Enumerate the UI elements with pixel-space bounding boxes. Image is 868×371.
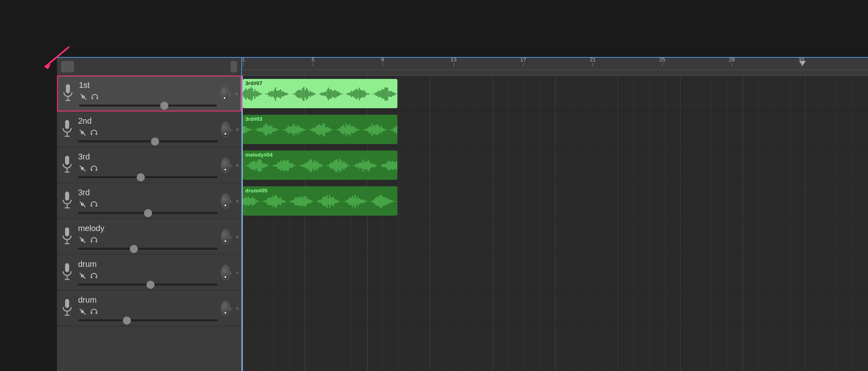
pan-knob[interactable] — [221, 157, 230, 173]
pan-knob[interactable] — [221, 122, 230, 137]
mute-button[interactable] — [78, 164, 87, 173]
fader-thumb[interactable] — [137, 173, 145, 181]
svg-rect-243 — [336, 130, 337, 130]
svg-rect-213 — [297, 127, 298, 133]
svg-rect-427 — [264, 201, 265, 202]
track-item[interactable]: 3rdLR — [57, 183, 241, 219]
svg-rect-453 — [297, 197, 298, 206]
svg-rect-64 — [260, 93, 261, 95]
fader-track[interactable] — [78, 284, 218, 286]
svg-rect-429 — [266, 200, 267, 203]
svg-rect-522 — [386, 198, 387, 205]
svg-rect-307 — [264, 163, 265, 168]
svg-rect-264 — [363, 130, 364, 130]
svg-rect-96 — [301, 90, 302, 98]
mute-button[interactable] — [78, 307, 87, 316]
svg-rect-482 — [334, 199, 336, 203]
svg-rect-432 — [270, 198, 271, 205]
audio-clip[interactable]: drum#05 — [243, 186, 397, 216]
svg-line-0 — [45, 47, 69, 67]
mute-button[interactable] — [78, 271, 87, 280]
svg-rect-359 — [330, 162, 331, 169]
svg-rect-366 — [340, 159, 341, 172]
lr-label: LR — [230, 199, 239, 203]
mute-button[interactable] — [78, 200, 87, 209]
svg-rect-165 — [390, 91, 391, 97]
pan-knob-container: LR — [221, 156, 239, 174]
svg-rect-240 — [332, 129, 333, 130]
headphone-button[interactable] — [89, 307, 98, 316]
fader-thumb[interactable] — [130, 245, 138, 253]
svg-rect-101 — [307, 89, 308, 98]
svg-rect-52 — [244, 90, 245, 98]
fader-track[interactable] — [78, 140, 218, 142]
fader-thumb[interactable] — [144, 209, 152, 217]
fader-track[interactable] — [79, 105, 217, 107]
mute-button[interactable] — [78, 236, 87, 244]
track-item[interactable]: 2ndLR — [57, 111, 241, 147]
svg-rect-50 — [96, 312, 97, 314]
fader-thumb[interactable] — [146, 281, 155, 289]
end-marker — [799, 61, 806, 66]
svg-rect-481 — [333, 196, 334, 207]
pan-knob[interactable] — [221, 265, 230, 280]
svg-rect-180 — [255, 130, 256, 130]
svg-rect-299 — [253, 161, 254, 170]
fader-thumb[interactable] — [160, 102, 168, 110]
knob-indicator — [225, 169, 226, 170]
track-controls: 1st — [76, 81, 217, 107]
headphone-button[interactable] — [89, 128, 98, 137]
mute-button[interactable] — [78, 128, 87, 137]
mute-button[interactable] — [79, 92, 88, 101]
svg-rect-204 — [286, 129, 287, 131]
filter-button[interactable] — [231, 61, 237, 72]
fader-track[interactable] — [78, 176, 218, 178]
headphone-button[interactable] — [89, 200, 98, 209]
svg-rect-296 — [249, 163, 251, 168]
svg-rect-275 — [377, 124, 378, 135]
svg-rect-123 — [336, 90, 337, 97]
svg-rect-361 — [333, 161, 334, 170]
svg-rect-474 — [324, 197, 325, 206]
track-name: drum — [78, 260, 218, 269]
svg-rect-519 — [382, 196, 383, 207]
track-item[interactable]: drumLR — [57, 255, 241, 290]
svg-rect-117 — [328, 87, 329, 100]
pan-knob[interactable] — [221, 301, 230, 316]
audio-clip[interactable]: 3rd#03 — [243, 115, 397, 144]
clip-label: 3rd#03 — [245, 116, 262, 122]
svg-rect-404 — [388, 161, 390, 170]
svg-rect-260 — [358, 129, 359, 131]
track-controls: melody — [75, 224, 218, 250]
headphone-button[interactable] — [89, 271, 98, 280]
svg-rect-191 — [268, 127, 270, 133]
fader-track[interactable] — [78, 319, 218, 321]
track-item[interactable]: drumLR — [57, 290, 241, 326]
track-item[interactable]: melodyLR — [57, 219, 241, 255]
track-item[interactable]: 1stLR — [57, 76, 241, 111]
svg-rect-182 — [257, 129, 258, 131]
clip-label: 3rd#07 — [245, 80, 262, 86]
svg-rect-248 — [342, 126, 343, 133]
svg-rect-430 — [267, 198, 268, 205]
svg-rect-367 — [341, 160, 342, 170]
track-item[interactable]: 3rdLR — [57, 147, 241, 183]
headphone-button[interactable] — [90, 92, 99, 101]
pan-knob[interactable] — [221, 193, 230, 209]
pan-knob[interactable] — [220, 86, 229, 101]
fader-track[interactable] — [78, 212, 218, 214]
fader-thumb[interactable] — [123, 316, 131, 325]
svg-rect-458 — [303, 196, 305, 207]
svg-rect-319 — [279, 162, 280, 169]
svg-rect-328 — [290, 163, 292, 168]
audio-clip[interactable]: melody#04 — [243, 151, 397, 180]
svg-rect-322 — [283, 160, 284, 171]
headphone-button[interactable] — [89, 236, 98, 244]
pan-knob[interactable] — [221, 229, 230, 244]
svg-rect-412 — [244, 198, 245, 205]
svg-rect-382 — [360, 163, 361, 168]
fader-thumb[interactable] — [151, 137, 159, 146]
audio-clip[interactable]: 3rd#07 — [243, 79, 397, 108]
headphone-button[interactable] — [89, 164, 98, 173]
fader-track[interactable] — [78, 248, 218, 250]
